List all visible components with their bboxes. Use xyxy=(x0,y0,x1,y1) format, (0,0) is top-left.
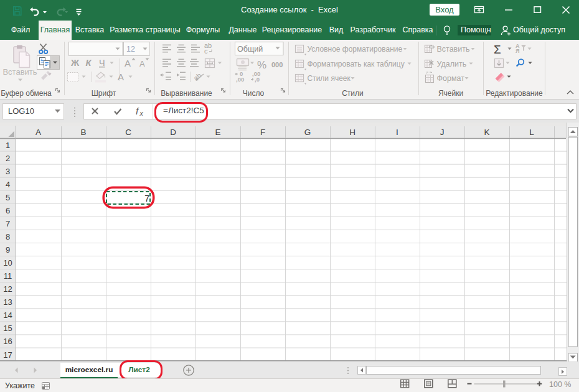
svg-text:F: F xyxy=(260,128,265,137)
svg-text:9: 9 xyxy=(6,245,10,254)
svg-text:6: 6 xyxy=(6,206,10,215)
svg-text:1: 1 xyxy=(6,141,10,150)
svg-text:10: 10 xyxy=(3,258,12,268)
svg-text:2: 2 xyxy=(6,154,10,163)
svg-text:H: H xyxy=(349,128,355,137)
svg-text:c: c xyxy=(204,47,208,55)
svg-text:J: J xyxy=(440,128,445,137)
svg-text:Вставить: Вставить xyxy=(437,45,470,54)
svg-text:C: C xyxy=(125,128,131,137)
svg-text:B: B xyxy=(80,128,86,137)
svg-text:,00: ,00 xyxy=(236,76,244,83)
svg-text:Стили ячеек: Стили ячеек xyxy=(308,74,351,83)
svg-text:13: 13 xyxy=(3,297,12,307)
svg-text:Форматировать как таблицу: Форматировать как таблицу xyxy=(308,60,405,68)
svg-text:К: К xyxy=(86,58,92,68)
svg-text:x: x xyxy=(139,110,144,117)
svg-text:7: 7 xyxy=(6,219,10,228)
svg-text:12: 12 xyxy=(3,284,12,294)
svg-text:A: A xyxy=(139,59,145,68)
svg-text:Формат: Формат xyxy=(437,74,465,83)
svg-text:14: 14 xyxy=(3,310,12,320)
svg-text:Вставить: Вставить xyxy=(2,67,37,77)
svg-text:%: % xyxy=(257,59,266,71)
svg-text:K: K xyxy=(484,128,489,137)
svg-text:16: 16 xyxy=(3,337,12,346)
svg-text:7: 7 xyxy=(144,194,149,203)
svg-text:f: f xyxy=(136,106,139,116)
svg-text:17: 17 xyxy=(3,350,12,360)
svg-text:12: 12 xyxy=(126,45,135,54)
svg-text:A: A xyxy=(118,72,124,82)
svg-text:15: 15 xyxy=(3,324,12,333)
svg-text:Σ: Σ xyxy=(494,43,501,56)
svg-text:000: 000 xyxy=(271,61,283,68)
svg-text:Ч: Ч xyxy=(99,58,105,68)
svg-text:Удалить: Удалить xyxy=(437,60,467,68)
svg-text:4: 4 xyxy=(6,180,10,189)
svg-text:8: 8 xyxy=(6,232,10,241)
svg-text:G: G xyxy=(304,128,311,137)
svg-text:11: 11 xyxy=(4,271,12,281)
svg-text:3: 3 xyxy=(6,167,10,176)
svg-text:A: A xyxy=(35,128,41,137)
svg-text:Условное форматирование: Условное форматирование xyxy=(308,45,403,54)
svg-text:Ж: Ж xyxy=(70,58,80,68)
svg-text:Общий: Общий xyxy=(237,45,263,54)
svg-text:A: A xyxy=(125,58,131,68)
svg-text:E: E xyxy=(215,128,220,137)
svg-text:L: L xyxy=(529,128,534,137)
svg-text:100 %: 100 % xyxy=(549,380,571,389)
svg-text:,0: ,0 xyxy=(255,76,260,83)
svg-text:5: 5 xyxy=(6,193,10,202)
svg-text:I: I xyxy=(396,128,398,137)
svg-text:D: D xyxy=(170,128,176,137)
svg-text:Я: Я xyxy=(515,48,519,54)
